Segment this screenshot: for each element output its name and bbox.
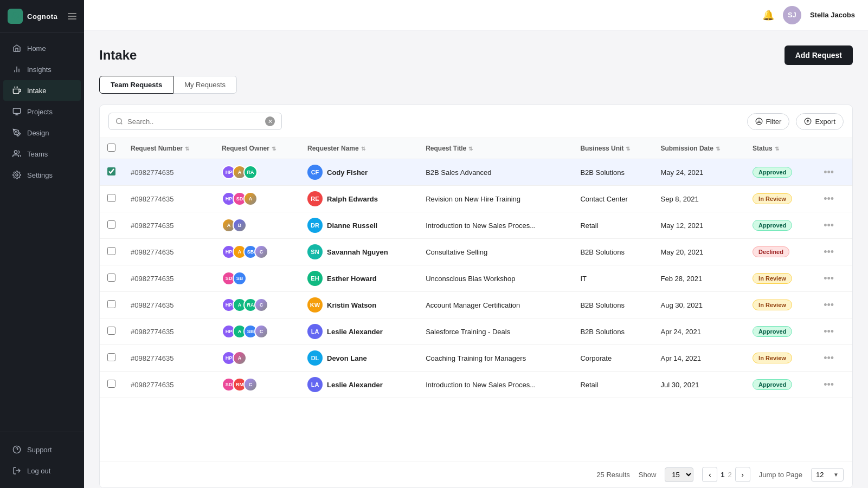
row-more-button[interactable]: ••• xyxy=(820,352,837,365)
results-count: 25 Results xyxy=(596,471,629,479)
sidebar: Cognota Home Insights Intake xyxy=(0,0,84,488)
current-page: 1 xyxy=(721,471,724,479)
table-row: #0982774635HPASBC SN Savannah Nguyen Con… xyxy=(100,239,852,265)
col-request-title[interactable]: Request Title⇅ xyxy=(426,145,473,152)
owner-avatar: B xyxy=(233,218,247,232)
insights-icon xyxy=(12,64,22,74)
row-checkbox[interactable] xyxy=(107,327,115,335)
tab-team-requests[interactable]: Team Requests xyxy=(99,76,173,94)
status-cell: In Review xyxy=(745,186,813,212)
select-all-checkbox[interactable] xyxy=(107,144,115,152)
tab-my-requests[interactable]: My Requests xyxy=(173,76,237,94)
row-checkbox[interactable] xyxy=(107,167,115,175)
add-request-button[interactable]: Add Request xyxy=(785,45,853,65)
requester-avatar: SN xyxy=(307,244,323,259)
main-content: 🔔 SJ Stella Jacobs Intake Add Request Te… xyxy=(84,0,868,488)
row-checkbox[interactable] xyxy=(107,380,115,388)
requester-name-cell: DR Dianne Russell xyxy=(300,212,418,239)
sidebar-item-support[interactable]: Support xyxy=(3,439,81,460)
notifications-bell[interactable]: 🔔 xyxy=(762,9,774,21)
table-row: #0982774635HPARA CF Cody Fisher B2B Sale… xyxy=(100,159,852,186)
row-more-button[interactable]: ••• xyxy=(820,166,837,179)
sidebar-item-design[interactable]: Design xyxy=(3,122,81,143)
status-badge: Declined xyxy=(753,246,789,257)
home-icon xyxy=(12,43,22,53)
request-title-cell: Introduction to New Sales Proces... xyxy=(418,212,573,239)
row-checkbox[interactable] xyxy=(107,194,115,202)
request-owner-cell: HPA xyxy=(214,345,300,372)
svg-point-10 xyxy=(117,119,121,123)
user-avatar: SJ xyxy=(783,6,801,24)
sidebar-logo: Cognota xyxy=(0,0,84,33)
prev-page-button[interactable]: ‹ xyxy=(702,467,717,482)
sidebar-item-teams[interactable]: Teams xyxy=(3,144,81,164)
search-wrapper: ✕ xyxy=(108,113,282,130)
row-more-button[interactable]: ••• xyxy=(820,272,837,285)
svg-point-6 xyxy=(16,174,18,176)
row-checkbox[interactable] xyxy=(107,220,115,229)
sidebar-item-settings[interactable]: Settings xyxy=(3,165,81,185)
sidebar-item-logout[interactable]: Log out xyxy=(3,460,81,481)
row-more-button[interactable]: ••• xyxy=(820,192,837,206)
col-requester-name[interactable]: Requester Name⇅ xyxy=(307,145,365,152)
submission-date-cell: Feb 28, 2021 xyxy=(653,265,745,292)
filter-button[interactable]: Filter xyxy=(747,113,790,130)
business-unit-cell: Retail xyxy=(573,372,653,398)
requester-name: Devon Lane xyxy=(327,354,367,362)
row-more-button[interactable]: ••• xyxy=(820,298,837,312)
col-status[interactable]: Status⇅ xyxy=(753,145,779,152)
business-unit-cell: Corporate xyxy=(573,345,653,372)
owner-avatar: SB xyxy=(233,271,247,285)
status-badge: Approved xyxy=(753,220,792,231)
sidebar-item-settings-label: Settings xyxy=(27,171,53,179)
next-page-button[interactable]: › xyxy=(735,467,750,482)
col-request-owner[interactable]: Request Owner⇅ xyxy=(222,145,276,152)
svg-point-4 xyxy=(16,132,17,133)
page-content: Intake Add Request Team Requests My Requ… xyxy=(84,30,868,488)
business-unit-cell: B2B Solutions xyxy=(573,318,653,345)
request-title-cell: Coaching Training for Managers xyxy=(418,345,573,372)
search-input[interactable] xyxy=(127,118,261,126)
row-checkbox[interactable] xyxy=(107,247,115,255)
status-badge: Approved xyxy=(753,379,792,390)
submission-date-cell: May 20, 2021 xyxy=(653,239,745,265)
tabs: Team Requests My Requests xyxy=(99,76,853,94)
row-checkbox[interactable] xyxy=(107,353,115,361)
col-business-unit[interactable]: Business Unit⇅ xyxy=(580,145,630,152)
row-more-button[interactable]: ••• xyxy=(820,245,837,259)
requests-table: Request Number⇅ Request Owner⇅ Requester… xyxy=(100,138,852,398)
sidebar-item-insights-label: Insights xyxy=(27,66,52,74)
export-label: Export xyxy=(815,118,835,126)
sidebar-item-intake[interactable]: Intake xyxy=(3,80,81,101)
table-row: #0982774635HPASBC LA Leslie Alexander Sa… xyxy=(100,318,852,345)
hamburger-menu[interactable] xyxy=(68,13,76,19)
requester-name-cell: DL Devon Lane xyxy=(300,345,418,372)
request-number-cell: #0982774635 xyxy=(123,318,214,345)
action-buttons: Filter Export xyxy=(747,113,844,130)
jump-page-value: 12 xyxy=(816,471,824,479)
sidebar-item-teams-label: Teams xyxy=(27,150,48,158)
col-request-number[interactable]: Request Number⇅ xyxy=(131,145,189,152)
sidebar-item-home[interactable]: Home xyxy=(3,38,81,58)
col-submission-date[interactable]: Submission Date⇅ xyxy=(661,145,720,152)
row-more-button[interactable]: ••• xyxy=(820,219,837,232)
jump-dropdown-icon[interactable]: ▼ xyxy=(833,472,839,478)
requester-name-cell: LA Leslie Alexander xyxy=(300,372,418,398)
requester-name: Esther Howard xyxy=(327,275,377,283)
sidebar-item-projects[interactable]: Projects xyxy=(3,101,81,122)
row-checkbox[interactable] xyxy=(107,300,115,308)
show-per-page-select[interactable]: 15 10 25 50 xyxy=(665,467,693,482)
row-checkbox[interactable] xyxy=(107,274,115,282)
status-cell: Approved xyxy=(745,372,813,398)
sidebar-item-insights[interactable]: Insights xyxy=(3,59,81,80)
next-page-num[interactable]: 2 xyxy=(728,471,732,479)
status-badge: In Review xyxy=(753,273,792,284)
jump-to-page-label: Jump to Page xyxy=(759,471,802,479)
row-more-button[interactable]: ••• xyxy=(820,325,837,339)
row-more-button[interactable]: ••• xyxy=(820,378,837,392)
export-button[interactable]: Export xyxy=(796,113,844,130)
owner-avatar: A xyxy=(233,351,247,365)
business-unit-cell: IT xyxy=(573,265,653,292)
table-scroll: Request Number⇅ Request Owner⇅ Requester… xyxy=(100,138,852,461)
search-clear-button[interactable]: ✕ xyxy=(265,116,275,126)
